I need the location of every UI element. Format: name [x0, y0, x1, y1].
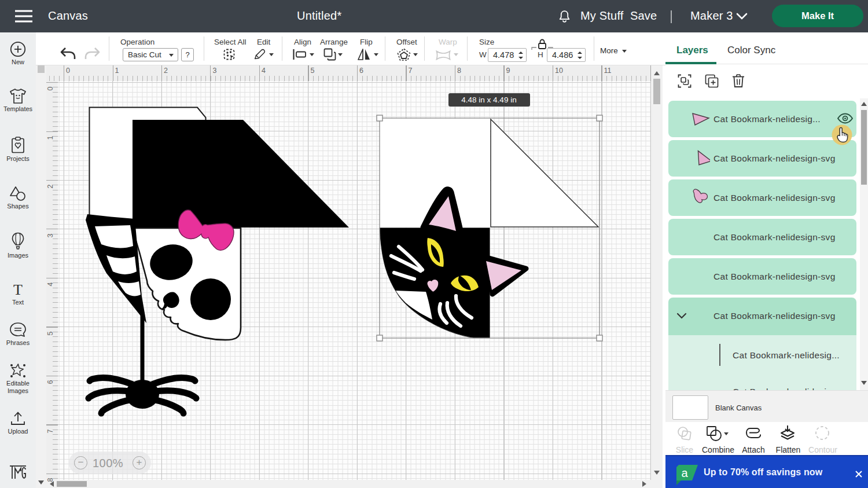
svg-text:4.48 in x 4.49 in: 4.48 in x 4.49 in	[461, 96, 516, 104]
svg-text:T: T	[13, 281, 23, 298]
svg-text:a: a	[681, 467, 688, 479]
